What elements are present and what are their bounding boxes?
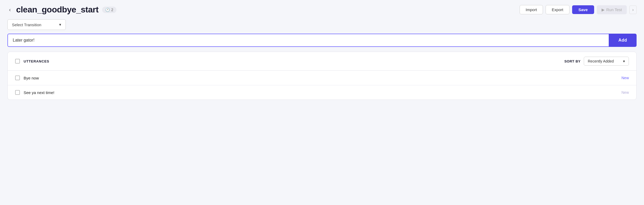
page-wrapper: ‹ clean_goodbye_start 🕐 2 Import Export … [0,0,644,205]
row-left: See ya next time! [15,90,54,95]
select-all-checkbox[interactable] [15,59,20,64]
collapse-button[interactable]: › [629,6,637,14]
transition-row: Select Transition ▾ [0,18,644,34]
transition-select[interactable]: Select Transition ▾ [7,19,66,30]
row-left: Bye now [15,75,39,80]
sort-value: Recently Added [588,59,614,63]
play-icon: ▶ [602,7,605,12]
top-bar: ‹ clean_goodbye_start 🕐 2 Import Export … [0,0,644,18]
utterance-text: See ya next time! [24,90,54,95]
history-icon: 🕐 [105,8,110,12]
utterances-table: UTTERANCES SORT BY Recently Added ▾ Bye … [7,52,637,100]
run-test-label: Run Test [606,7,622,12]
new-badge: New [621,76,629,80]
transition-placeholder: Select Transition [12,23,41,27]
export-button[interactable]: Export [546,5,569,14]
history-count: 2 [111,8,113,12]
sort-chevron-icon: ▾ [623,59,625,63]
utterance-input[interactable] [7,34,609,47]
sort-select[interactable]: Recently Added ▾ [584,57,629,66]
new-badge-faded: New [621,90,629,95]
history-badge[interactable]: 🕐 2 [102,7,116,13]
chevron-down-icon: ▾ [59,22,61,27]
row-checkbox[interactable] [15,90,20,95]
table-header: UTTERANCES SORT BY Recently Added ▾ [8,52,636,71]
table-row: See ya next time! New [8,85,636,100]
table-row: Bye now New [8,71,636,85]
row-checkbox[interactable] [15,75,20,80]
add-button[interactable]: Add [609,34,637,47]
import-button[interactable]: Import [520,5,543,14]
main-content: Add UTTERANCES SORT BY Recently Added ▾ [0,34,644,100]
utterance-text: Bye now [24,76,39,80]
sort-by-label: SORT BY [564,59,581,63]
table-header-right: SORT BY Recently Added ▾ [564,57,629,66]
back-button[interactable]: ‹ [7,6,12,13]
save-button[interactable]: Save [572,5,594,14]
top-bar-right: Import Export Save ▶ Run Test › [520,5,637,14]
page-title: clean_goodbye_start [16,5,99,15]
utterances-column-label: UTTERANCES [24,59,49,63]
run-test-button[interactable]: ▶ Run Test [597,5,627,14]
table-header-left: UTTERANCES [15,59,49,64]
add-utterance-row: Add [7,34,637,47]
top-bar-left: ‹ clean_goodbye_start 🕐 2 [7,5,116,15]
